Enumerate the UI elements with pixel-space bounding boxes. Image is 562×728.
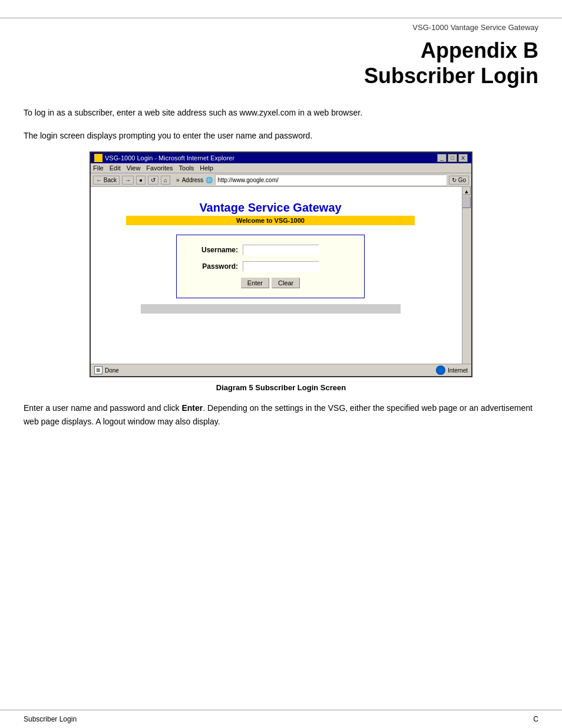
browser-window: VSG-1000 Login - Microsoft Internet Expl… [90, 151, 472, 377]
restore-button[interactable]: □ [448, 154, 457, 162]
footer-left-text: Subscriber Login [24, 715, 77, 723]
diagram-caption: Diagram 5 Subscriber Login Screen [24, 383, 538, 392]
status-left: 🖹 Done [94, 366, 119, 374]
browser-titlebar: VSG-1000 Login - Microsoft Internet Expl… [91, 153, 471, 163]
intro-paragraph-2: The login screen displays prompting you … [24, 129, 538, 142]
welcome-bar: Welcome to VSG-1000 [126, 216, 415, 225]
minimize-button[interactable]: _ [437, 154, 447, 162]
menu-edit[interactable]: Edit [110, 164, 121, 172]
password-input[interactable] [243, 261, 319, 272]
scrollbar-right[interactable]: ▲ [462, 187, 471, 364]
internet-globe-icon [436, 365, 445, 375]
form-buttons: Enter Clear [191, 278, 350, 288]
login-container: Vantage Service Gateway Welcome to VSG-1… [91, 187, 462, 329]
double-chevron: » [176, 177, 180, 183]
status-right: Internet [436, 365, 468, 375]
ie-icon [94, 154, 103, 162]
gateway-title: Vantage Service Gateway [126, 196, 415, 216]
menu-favorites[interactable]: Favorites [146, 164, 173, 172]
menu-tools[interactable]: Tools [179, 164, 194, 172]
browser-toolbar: ← Back → ● ↺ ⌂ » Address 🌐 ↻ Go [91, 173, 471, 187]
scroll-up[interactable]: ▲ [462, 187, 471, 195]
address-icon: 🌐 [206, 177, 213, 183]
password-label: Password: [191, 262, 238, 271]
home-button[interactable]: ⌂ [161, 176, 170, 185]
go-icon: ↻ [452, 177, 457, 183]
enter-bold: Enter [181, 403, 203, 413]
refresh-button[interactable]: ↺ [148, 176, 158, 185]
username-input[interactable] [243, 245, 319, 255]
close-button[interactable]: X [458, 154, 468, 162]
go-label: Go [458, 177, 466, 183]
footer: Subscriber Login C [0, 710, 562, 728]
titlebar-title-area: VSG-1000 Login - Microsoft Internet Expl… [94, 154, 234, 162]
titlebar-controls: _ □ X [437, 154, 468, 162]
appendix-heading: Appendix B Subscriber Login [24, 38, 538, 88]
body-paragraph: Enter a user name and password and click… [24, 401, 538, 428]
status-page-icon: 🖹 [94, 366, 103, 374]
browser-statusbar: 🖹 Done Internet [91, 364, 471, 376]
address-label: Address [182, 177, 204, 183]
browser-menubar: File Edit View Favorites Tools Help [91, 163, 471, 173]
forward-button[interactable]: → [122, 176, 134, 185]
status-done-text: Done [105, 367, 119, 374]
appendix-title: Appendix B Subscriber Login [0, 32, 562, 88]
back-button[interactable]: ← Back [93, 176, 120, 185]
username-label: Username: [191, 246, 238, 254]
browser-content: Vantage Service Gateway Welcome to VSG-1… [91, 187, 471, 364]
doc-subtitle: VSG-1000 Vantage Service Gateway [0, 18, 562, 32]
browser-title-text: VSG-1000 Login - Microsoft Internet Expl… [105, 154, 234, 162]
menu-view[interactable]: View [127, 164, 141, 172]
stop-button[interactable]: ● [136, 176, 146, 185]
enter-button[interactable]: Enter [241, 278, 269, 288]
password-row: Password: [191, 261, 350, 272]
address-input[interactable] [215, 174, 447, 185]
go-button[interactable]: ↻ Go [449, 176, 469, 185]
login-form-box: Username: Password: Enter Clear [176, 235, 365, 298]
menu-file[interactable]: File [93, 164, 104, 172]
menu-help[interactable]: Help [200, 164, 213, 172]
content-area: To log in as a subscriber, enter a web s… [0, 88, 562, 428]
footer-right-text: C [533, 715, 538, 723]
status-gray-bar [141, 304, 401, 314]
address-bar: Address 🌐 [182, 174, 447, 185]
scroll-thumb[interactable] [462, 196, 471, 208]
intro-paragraph-1: To log in as a subscriber, enter a web s… [24, 106, 538, 119]
clear-button[interactable]: Clear [272, 278, 300, 288]
username-row: Username: [191, 245, 350, 255]
internet-zone-text: Internet [448, 367, 468, 374]
